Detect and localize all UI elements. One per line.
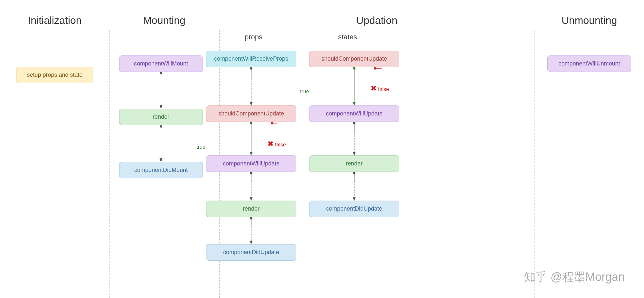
header-initialization: Initialization [28, 15, 81, 26]
box-shouldComponentUpdate-props: shouldComponentUpdate [206, 105, 296, 122]
watermark: 知乎 @程墨Morgan [524, 269, 625, 285]
box-componentDidUpdate-states: componentDidUpdate [309, 201, 399, 217]
header-updation: Updation [356, 15, 397, 26]
box-componentWillUpdate-props: componentWillUpdate [206, 155, 296, 172]
box-componentWillUpdate-states: componentWillUpdate [309, 105, 399, 122]
lifecycle-diagram: Initialization Mounting Updation Unmount… [0, 0, 644, 298]
header-mounting: Mounting [143, 15, 185, 26]
box-render-props: render [206, 201, 296, 217]
box-componentDidUpdate-props: componentDidUpdate [206, 244, 296, 261]
separator-3 [535, 30, 535, 298]
box-componentWillReceiveProps: componentWillReceiveProps [206, 51, 296, 67]
label-false-props: ✖false [267, 139, 286, 148]
separator-1 [109, 30, 110, 298]
box-render-mounting: render [119, 109, 203, 125]
box-componentDidMount: componentDidMount [119, 162, 203, 178]
label-false-states: ✖false [370, 84, 389, 93]
box-componentWillMount: componentWillMount [119, 55, 203, 72]
label-true-props: true [196, 144, 205, 150]
box-shouldComponentUpdate-states: shouldComponentUpdate [309, 51, 399, 67]
box-setup-props-state: setup props and state [16, 67, 93, 83]
box-render-states: render [309, 155, 399, 172]
header-unmounting: Unmounting [562, 15, 617, 26]
label-props: props [245, 33, 262, 41]
label-true-states: true [300, 89, 309, 94]
box-componentWillUnmount: componentWillUnmount [547, 55, 631, 72]
label-states: states [338, 33, 357, 41]
